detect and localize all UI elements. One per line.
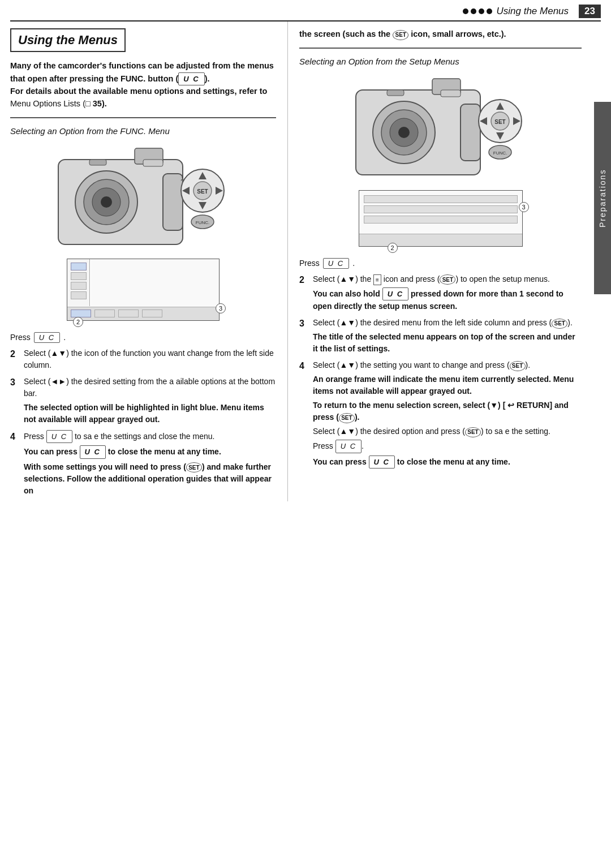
step-left-4: 4 Press U C to sa e the settings and clo… <box>10 430 276 497</box>
step-right-4: 4 Select (▲▼) the setting you want to ch… <box>299 359 582 469</box>
uc-btn-left: U C <box>34 332 60 343</box>
press-line-left: Press U C . <box>10 332 276 343</box>
camera-diagram-left: SET FUNC. <box>55 143 231 253</box>
press-label-right: Press <box>299 259 320 268</box>
menu-icon: ≡ <box>373 274 381 285</box>
bold-final-right: You can press U C to close the menu at a… <box>313 456 582 469</box>
intro-ref: □ 35). <box>85 99 107 108</box>
right-header-line2: icon, small arrows, etc.). <box>408 29 506 38</box>
circle-2-left: 2 <box>73 317 83 327</box>
press-period-right: . <box>352 259 355 268</box>
set-btn-note4b: SET <box>186 462 202 472</box>
steps-left: 2 Select (▲▼) the icon of the function y… <box>10 347 276 497</box>
right-header-line1: the screen (such as the <box>299 29 393 38</box>
step-left-3: 3 Select (◄►) the desired setting from t… <box>10 376 276 426</box>
step-num-3-right: 3 <box>299 317 309 355</box>
section-title-box: Using the Menus <box>10 28 126 52</box>
svg-rect-26 <box>441 90 461 97</box>
step-right-2: 2 Select (▲▼) the ≡ icon and press (SET)… <box>299 273 582 313</box>
intro-line2: ). <box>205 74 210 83</box>
circle-2-right: 2 <box>388 243 398 253</box>
step-num-2-right: 2 <box>299 273 309 313</box>
main-content: Using the Menus Many of the camcorder's … <box>0 22 611 501</box>
bold-note-3-right: The title of the selected menu appears o… <box>313 331 582 355</box>
uc-btn-note4a: U C <box>80 445 106 459</box>
intro-btn: U C <box>178 72 204 86</box>
svg-rect-7 <box>143 160 163 166</box>
header-title: Using the Menus <box>497 6 569 17</box>
press-period-left: . <box>63 333 66 342</box>
press-label-left: Press <box>10 333 31 342</box>
section-title: Using the Menus <box>18 33 118 48</box>
header-bar: Using the Menus 23 <box>10 0 601 22</box>
steps-right: 2 Select (▲▼) the ≡ icon and press (SET)… <box>299 273 582 469</box>
step-content-4-right: Select (▲▼) the setting you want to chan… <box>313 359 582 469</box>
step-content-3-right: Select (▲▼) the desired menu from the le… <box>313 317 582 355</box>
set-btn-step4r: SET <box>510 361 526 371</box>
bold-note-3-left: The selected option will be highlighted … <box>24 402 276 426</box>
menu-screen-right: 3 2 <box>359 190 523 247</box>
svg-text:FUNC.: FUNC. <box>493 151 506 156</box>
step-num-3-left: 3 <box>10 376 20 426</box>
camera-area-right: SET FUNC. <box>299 73 582 183</box>
dot-4 <box>487 8 492 14</box>
bold-note-4a-right: An orange frame will indicate the menu i… <box>313 373 582 397</box>
intro-line1: Many of the camcorder's functions can be… <box>10 61 274 83</box>
step-content-3-left: Select (◄►) the desired setting from the… <box>24 376 276 426</box>
step-content-4-left: Press U C to sa e the settings and close… <box>24 430 276 497</box>
set-icon-header: SET <box>393 30 408 40</box>
uc-btn-note2r: U C <box>382 287 408 301</box>
step-num-2-left: 2 <box>10 347 20 371</box>
bold-note-4a-left: You can press U C to close the menu at a… <box>24 445 276 459</box>
set-btn-extra1: SET <box>465 427 481 437</box>
svg-text:SET: SET <box>197 188 208 195</box>
svg-rect-6 <box>89 160 106 165</box>
svg-rect-25 <box>387 90 404 96</box>
circle-3-left: 3 <box>216 303 226 313</box>
bold-note-2-right: You can also hold U C pressed down for m… <box>313 287 582 313</box>
dot-2 <box>471 8 476 14</box>
set-btn-step3r: SET <box>552 319 567 329</box>
bold-note-4b-left: With some settings you will need to pres… <box>24 461 276 497</box>
divider-right <box>299 48 582 49</box>
svg-point-23 <box>398 127 410 138</box>
intro-text: Many of the camcorder's functions can be… <box>10 60 276 110</box>
svg-point-4 <box>101 196 112 208</box>
step-num-4-left: 4 <box>10 430 20 497</box>
extra-1-right: Select (▲▼) the desired option and press… <box>313 426 582 437</box>
uc-btn-right: U C <box>323 258 349 269</box>
set-btn-step2r: SET <box>440 274 455 285</box>
svg-text:SET: SET <box>494 119 505 125</box>
uc-btn-final: U C <box>369 456 395 469</box>
press-line-step4r: Press U C. <box>313 440 582 453</box>
subsection2-title: Selecting an Option from the Setup Menus <box>299 55 582 67</box>
left-column: Using the Menus Many of the camcorder's … <box>10 22 287 501</box>
step-content-2-right: Select (▲▼) the ≡ icon and press (SET) t… <box>313 273 582 313</box>
set-btn-return: SET <box>339 413 355 423</box>
dot-1 <box>463 8 468 14</box>
step-content-2-left: Select (▲▼) the icon of the function you… <box>24 347 276 371</box>
menu-ui-left: 3 2 <box>67 259 220 321</box>
step-left-2: 2 Select (▲▼) the icon of the function y… <box>10 347 276 371</box>
subsection1-title: Selecting an Option from the FUNC. Menu <box>10 125 276 137</box>
svg-rect-8 <box>163 174 183 230</box>
svg-rect-27 <box>461 104 480 161</box>
intro-line3-bold: For details about the available menu opt… <box>10 87 267 96</box>
uc-btn-step4r: U C <box>335 440 362 453</box>
page-number: 23 <box>579 5 601 18</box>
press-line-right: Press U C . <box>299 258 582 269</box>
step-num-4-right: 4 <box>299 359 309 469</box>
circle-3-right: 3 <box>519 202 529 212</box>
sidebar-preparations-label: Preparations <box>594 102 611 294</box>
uc-btn-step4: U C <box>46 430 72 444</box>
intro-line3-normal: Menu Options Lists ( <box>10 99 85 108</box>
camera-area-left: SET FUNC. <box>10 143 276 253</box>
step-right-3: 3 Select (▲▼) the desired menu from the … <box>299 317 582 355</box>
dot-3 <box>479 8 484 14</box>
header-dots <box>463 8 492 14</box>
right-column: the screen (such as the SET icon, small … <box>287 22 582 501</box>
camera-diagram-right: SET FUNC. <box>353 73 528 183</box>
divider-1 <box>10 117 276 118</box>
bold-note-4b-right: To return to the menu selection screen, … <box>313 399 582 423</box>
right-header-text: the screen (such as the SET icon, small … <box>299 28 582 41</box>
